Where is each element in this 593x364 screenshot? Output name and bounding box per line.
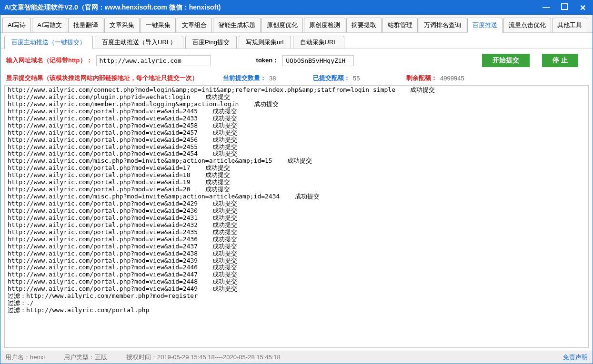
- stop-button[interactable]: 停 止: [542, 54, 578, 67]
- log-line: http://www.ailyric.com/portal.php?mod=vi…: [8, 215, 585, 222]
- minimize-button[interactable]: —: [540, 3, 553, 12]
- main-tab-14[interactable]: 其他工具: [552, 18, 587, 32]
- statusbar: 用户名：henxi 用户类型：正版 授权时间：2019-05-29 15:45:…: [0, 351, 593, 364]
- main-tab-8[interactable]: 原创度检测: [304, 18, 345, 32]
- token-input[interactable]: [282, 55, 354, 66]
- stats-row: 显示提交结果（该模块推送网站内部链接地址，每个地址只提交一次） 当前提交数量： …: [0, 72, 593, 84]
- log-line: http://www.ailyric.com/portal.php?mod=vi…: [8, 278, 585, 285]
- window-title: AI文章智能处理软件V2.0（官网：www.henxisoft.com 微信：h…: [4, 3, 540, 12]
- close-button[interactable]: ✕: [576, 3, 589, 12]
- sub-tabs: 百度主动推送（一键提交）百度主动推送（导入URL）百度Ping提交写规则采集ur…: [0, 33, 593, 49]
- sub-tab-0[interactable]: 百度主动推送（一键提交）: [4, 36, 93, 49]
- log-line: http://www.ailyric.com/member.php?mod=lo…: [8, 101, 585, 108]
- log-line: http://www.ailyric.com/portal.php?mod=vi…: [8, 222, 585, 229]
- log-output[interactable]: http://www.ailyric.com/connect.php?mod=l…: [4, 85, 589, 348]
- main-tab-7[interactable]: 原创度优化: [261, 18, 303, 32]
- result-label: 显示提交结果（该模块推送网站内部链接地址，每个地址只提交一次）: [6, 74, 198, 82]
- main-tab-6[interactable]: 智能生成标题: [213, 18, 261, 32]
- input-row: 输入网址域名（记得带http）： token： 开始提交 停 止: [0, 49, 593, 72]
- titlebar: AI文章智能处理软件V2.0（官网：www.henxisoft.com 微信：h…: [0, 0, 593, 15]
- main-tab-9[interactable]: 摘要提取: [346, 18, 382, 32]
- log-line: http://www.ailyric.com/portal.php?mod=vi…: [8, 236, 585, 243]
- minimize-icon: —: [543, 3, 550, 12]
- log-line: 过滤：./: [8, 300, 585, 307]
- main-tab-11[interactable]: 万词排名查询: [419, 18, 466, 32]
- status-username: 用户名：henxi: [5, 353, 45, 362]
- maximize-icon: [561, 3, 568, 12]
- log-line: http://www.ailyric.com/portal.php?mod=vi…: [8, 186, 585, 193]
- log-line: 过滤：http://www.ailyric.com/portal.php: [8, 307, 585, 314]
- remain-quota-label: 剩余配额：: [406, 74, 437, 82]
- sub-tab-3[interactable]: 写规则采集url: [239, 36, 291, 49]
- main-tab-5[interactable]: 文章组合: [177, 18, 212, 32]
- sub-tab-4[interactable]: 自动采集URL: [293, 36, 344, 49]
- url-input[interactable]: [96, 55, 211, 66]
- submitted-quota-label: 已提交配额：: [313, 74, 350, 82]
- log-line: http://www.ailyric.com/portal.php?mod=vi…: [8, 144, 585, 151]
- main-tab-0[interactable]: AI写诗: [2, 18, 31, 32]
- log-line: http://www.ailyric.com/portal.php?mod=vi…: [8, 129, 585, 137]
- log-line: http://www.ailyric.com/misc.php?mod=invi…: [8, 157, 585, 165]
- log-line: http://www.ailyric.com/portal.php?mod=vi…: [8, 250, 585, 257]
- current-count-value: 38: [269, 75, 298, 82]
- log-line: http://www.ailyric.com/connect.php?mod=l…: [8, 87, 585, 94]
- window-controls: — ✕: [540, 3, 589, 12]
- sub-tab-1[interactable]: 百度主动推送（导入URL）: [95, 36, 183, 49]
- log-line: http://www.ailyric.com/portal.php?mod=vi…: [8, 229, 585, 236]
- log-line: http://www.ailyric.com/portal.php?mod=vi…: [8, 179, 585, 186]
- token-label: token：: [256, 56, 279, 65]
- main-tab-1[interactable]: AI写散文: [32, 18, 67, 32]
- log-line: http://www.ailyric.com/portal.php?mod=vi…: [8, 271, 585, 278]
- main-tabs: AI写诗AI写散文批量翻译文章采集一键采集文章组合智能生成标题原创度优化原创度检…: [0, 15, 593, 33]
- remain-quota-value: 4999945: [440, 75, 469, 82]
- log-line: http://www.ailyric.com/portal.php?mod=vi…: [8, 257, 585, 265]
- main-tab-3[interactable]: 文章采集: [104, 18, 140, 32]
- main-tab-2[interactable]: 批量翻译: [68, 18, 103, 32]
- url-label: 输入网址域名（记得带http）：: [6, 56, 92, 65]
- main-tab-12[interactable]: 百度推送: [467, 18, 503, 33]
- log-line: http://www.ailyric.com/portal.php?mod=vi…: [8, 243, 585, 250]
- log-line: http://www.ailyric.com/portal.php?mod=vi…: [8, 264, 585, 271]
- log-line: http://www.ailyric.com/portal.php?mod=vi…: [8, 172, 585, 179]
- log-line: http://www.ailyric.com/portal.php?mod=vi…: [8, 150, 585, 157]
- submitted-quota-value: 55: [353, 75, 382, 82]
- start-submit-button[interactable]: 开始提交: [482, 54, 530, 67]
- log-line: 过滤：http://www.ailyric.com/member.php?mod…: [8, 293, 585, 300]
- main-tab-4[interactable]: 一键采集: [141, 18, 176, 32]
- close-icon: ✕: [580, 3, 586, 12]
- log-line: http://www.ailyric.com/portal.php?mod=vi…: [8, 207, 585, 215]
- log-line: http://www.ailyric.com/portal.php?mod=vi…: [8, 165, 585, 172]
- main-tab-10[interactable]: 站群管理: [382, 18, 418, 32]
- maximize-button[interactable]: [558, 3, 571, 12]
- log-line: http://www.ailyric.com/portal.php?mod=vi…: [8, 115, 585, 122]
- status-usertype: 用户类型：正版: [64, 353, 107, 362]
- current-count-label: 当前提交数量：: [223, 74, 266, 82]
- log-line: http://www.ailyric.com/portal.php?mod=vi…: [8, 137, 585, 144]
- log-line: http://www.ailyric.com/portal.php?mod=vi…: [8, 200, 585, 207]
- app-window: AI文章智能处理软件V2.0（官网：www.henxisoft.com 微信：h…: [0, 0, 593, 364]
- log-line: http://www.ailyric.com/plugin.php?id=wec…: [8, 94, 585, 101]
- log-line: http://www.ailyric.com/misc.php?mod=invi…: [8, 193, 585, 200]
- svg-rect-0: [562, 4, 567, 10]
- log-line: http://www.ailyric.com/portal.php?mod=vi…: [8, 108, 585, 115]
- main-tab-13[interactable]: 流量点击优化: [503, 18, 551, 32]
- log-line: http://www.ailyric.com/portal.php?mod=vi…: [8, 285, 585, 293]
- sub-tab-2[interactable]: 百度Ping提交: [185, 36, 237, 49]
- log-line: http://www.ailyric.com/portal.php?mod=vi…: [8, 122, 585, 129]
- status-authtime: 授权时间：2019-05-29 15:45:18----2020-05-28 1…: [126, 353, 281, 362]
- disclaimer-link[interactable]: 免责声明: [563, 353, 588, 362]
